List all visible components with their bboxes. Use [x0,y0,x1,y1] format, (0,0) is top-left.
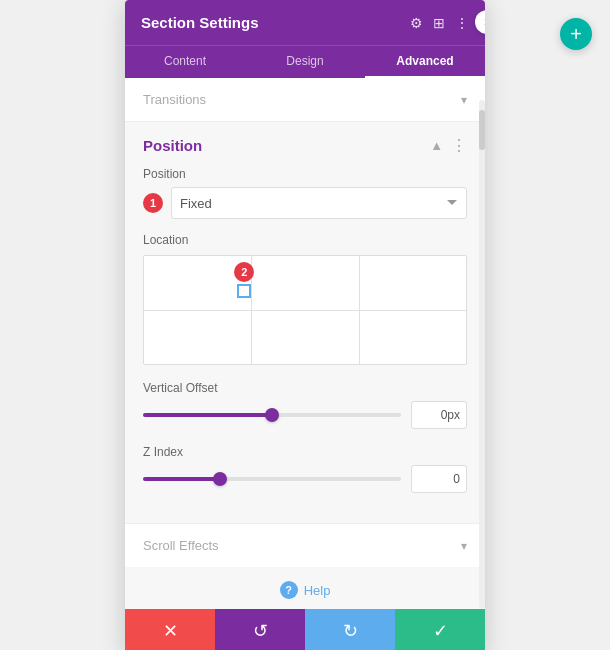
scroll-effects-label: Scroll Effects [143,538,219,553]
position-field-label: Position [143,167,467,181]
panel-title: Section Settings [141,14,259,31]
reset-button[interactable]: ↺ [215,609,305,650]
position-select[interactable]: Fixed Relative Absolute Static [171,187,467,219]
vertical-offset-thumb[interactable] [265,408,279,422]
z-index-section: Z Index [143,445,467,493]
scroll-effects-chevron-icon: ▾ [461,539,467,553]
badge-2: 2 [234,262,254,282]
plus-icon: + [570,23,582,46]
panel-header: Section Settings ⚙ ⊞ ⋮ [125,0,485,45]
panel-tabs: Content Design Advanced [125,45,485,78]
help-icon: ? [280,581,298,599]
position-heading: Position [143,137,202,154]
help-label: Help [304,583,331,598]
scrollbar-thumb[interactable] [479,110,485,150]
location-dot[interactable] [237,284,251,298]
transitions-chevron-icon: ▾ [461,93,467,107]
tab-content[interactable]: Content [125,46,245,78]
location-label: Location [143,233,467,247]
save-icon: ✓ [433,620,448,642]
position-section: Position ▲ ⋮ Position 1 Fixed Relative A… [125,122,485,519]
z-index-thumb[interactable] [213,472,227,486]
z-index-input[interactable] [411,465,467,493]
z-index-track[interactable] [143,477,401,481]
position-field-row: 1 Fixed Relative Absolute Static [143,187,467,219]
panel-header-icons: ⚙ ⊞ ⋮ [410,15,469,31]
columns-icon[interactable]: ⊞ [433,15,445,31]
tab-advanced[interactable]: Advanced [365,46,485,78]
more-icon[interactable]: ⋮ [455,15,469,31]
section-header-right: ▲ ⋮ [430,136,467,155]
section-options-icon[interactable]: ⋮ [451,136,467,155]
panel-body: Transitions ▾ Position ▲ ⋮ Position 1 Fi… [125,78,485,609]
settings-icon[interactable]: ⚙ [410,15,423,31]
vertical-offset-section: Vertical Offset [143,381,467,429]
vertical-offset-fill [143,413,272,417]
location-grid[interactable]: 2 [143,255,467,365]
transitions-label: Transitions [143,92,206,107]
scroll-effects-section[interactable]: Scroll Effects ▾ [125,523,485,567]
cancel-button[interactable]: ✕ [125,609,215,650]
z-index-fill [143,477,220,481]
cancel-icon: ✕ [163,620,178,642]
fab-button[interactable]: + [560,18,592,50]
z-index-label: Z Index [143,445,467,459]
z-index-row [143,465,467,493]
location-hline [144,310,466,311]
vertical-offset-label: Vertical Offset [143,381,467,395]
position-header: Position ▲ ⋮ [143,136,467,155]
section-settings-panel: ✕ Section Settings ⚙ ⊞ ⋮ Content Design … [125,0,485,650]
scrollbar[interactable] [479,100,485,609]
redo-button[interactable]: ↻ [305,609,395,650]
badge-1: 1 [143,193,163,213]
vertical-offset-input[interactable] [411,401,467,429]
help-row[interactable]: ? Help [125,567,485,609]
reset-icon: ↺ [253,620,268,642]
vertical-offset-row [143,401,467,429]
save-button[interactable]: ✓ [395,609,485,650]
collapse-icon[interactable]: ▲ [430,138,443,153]
vertical-offset-track[interactable] [143,413,401,417]
transitions-section[interactable]: Transitions ▾ [125,78,485,122]
panel-footer: ✕ ↺ ↻ ✓ [125,609,485,650]
redo-icon: ↻ [343,620,358,642]
tab-design[interactable]: Design [245,46,365,78]
